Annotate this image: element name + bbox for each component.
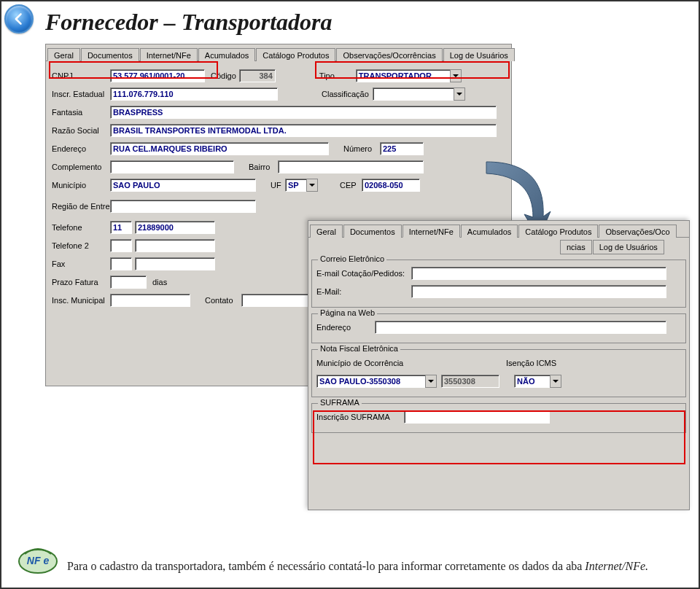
lbl-uf: UF — [271, 181, 285, 190]
lbl-complemento: Complemento — [52, 163, 110, 171]
field-isencao: NÃO — [514, 375, 551, 388]
lbl-insc-mun: Insc. Municipal — [52, 296, 110, 305]
panel-internet-nfe: Geral Documentos Internet/NFe Acumulados… — [308, 220, 690, 510]
lbl-isencao: Isenção ICMS — [506, 359, 579, 367]
footnote-text: Para o cadastro da transportadora, també… — [67, 560, 585, 572]
lbl-cnpj: CNPJ — [52, 71, 110, 80]
field-complemento[interactable] — [110, 160, 234, 173]
arrow-left-icon — [12, 12, 26, 26]
field-tel-num[interactable]: 21889000 — [135, 221, 215, 234]
tab2-documentos[interactable]: Documentos — [343, 225, 402, 238]
lbl-tipo: Tipo — [319, 71, 356, 80]
tabs-panel2-row2: ncias Log de Usuários — [308, 238, 689, 254]
tab-log[interactable]: Log de Usuários — [443, 48, 515, 61]
lbl-fax: Fax — [52, 260, 110, 268]
field-inscr-suframa[interactable] — [404, 410, 550, 424]
lbl-web-endereco: Endereço — [316, 323, 375, 332]
field-fax-num[interactable] — [135, 257, 215, 270]
field-uf: SP — [285, 179, 307, 192]
footnote: Para o cadastro da transportadora, també… — [67, 559, 684, 574]
field-razao[interactable]: BRASIL TRANSPORTES INTERMODAL LTDA. — [110, 124, 497, 137]
back-button[interactable] — [4, 4, 34, 34]
tab2-observacoes[interactable]: Observações/Oco — [599, 225, 676, 238]
field-insc-mun[interactable] — [110, 294, 190, 307]
field-email-cot[interactable] — [411, 267, 666, 280]
tab2-internet-nfe[interactable]: Internet/NFe — [402, 225, 460, 238]
combo-isencao[interactable]: NÃO — [514, 375, 561, 388]
nfe-logo-icon: NF e — [18, 544, 58, 574]
tabs-panel1: Geral Documentos Internet/NFe Acumulados… — [46, 44, 511, 61]
group-suframa-title: SUFRAMA — [318, 398, 362, 407]
lbl-telefone2: Telefone 2 — [52, 241, 110, 250]
lbl-classificacao: Classificação — [322, 90, 373, 98]
tab2-observacoes-tail[interactable]: ncias — [560, 240, 592, 254]
chevron-down-icon — [550, 375, 561, 388]
group-correio-title: Correio Eletrônico — [318, 254, 386, 263]
lbl-dias: dias — [152, 278, 170, 286]
chevron-down-icon — [306, 179, 318, 192]
lbl-cep: CEP — [340, 181, 362, 190]
lbl-mun-ocorrencia: Município de Ocorrência — [316, 359, 506, 367]
tab2-acumulados[interactable]: Acumulados — [461, 225, 518, 238]
field-numero[interactable]: 225 — [380, 142, 424, 155]
tab2-catalogo[interactable]: Catálogo Produtos — [518, 225, 598, 238]
tab-catalogo[interactable]: Catálogo Produtos — [256, 48, 335, 61]
field-email[interactable] — [411, 285, 666, 298]
lbl-regiao: Região de Entrega — [52, 202, 110, 211]
tab2-log[interactable]: Log de Usuários — [593, 240, 664, 254]
field-fantasia[interactable]: BRASPRESS — [110, 106, 497, 119]
field-tipo: TRANSPORTADOR — [356, 69, 451, 82]
svg-text:NF e: NF e — [27, 555, 50, 566]
field-municipio[interactable]: SAO PAULO — [110, 179, 256, 192]
group-web: Página na Web Endereço — [311, 313, 686, 343]
tab-documentos[interactable]: Documentos — [81, 48, 139, 61]
lbl-numero: Número — [343, 144, 380, 153]
tab-geral[interactable]: Geral — [47, 48, 80, 61]
field-cep[interactable]: 02068-050 — [362, 179, 420, 192]
field-inscr-est[interactable]: 111.076.779.110 — [110, 87, 278, 101]
field-mun-code: 3550308 — [441, 375, 499, 388]
field-prazo[interactable] — [110, 276, 147, 289]
combo-mun-ocorrencia[interactable]: SAO PAULO-3550308 — [316, 375, 437, 388]
lbl-contato: Contato — [205, 296, 241, 305]
page-title: Fornecedor – Transportadora — [45, 9, 332, 36]
lbl-endereco: Endereço — [52, 144, 110, 153]
tabs-panel2: Geral Documentos Internet/NFe Acumulados… — [308, 221, 689, 238]
field-cnpj[interactable]: 53.577.961/0001-20 — [110, 69, 205, 82]
footnote-em: Internet/NFe. — [585, 560, 648, 572]
field-codigo: 384 — [239, 69, 276, 82]
combo-tipo[interactable]: TRANSPORTADOR — [356, 69, 462, 82]
field-tel-ddd[interactable]: 11 — [110, 221, 132, 234]
tab-observacoes[interactable]: Observações/Ocorrências — [336, 48, 442, 61]
field-tel2-num[interactable] — [135, 239, 215, 252]
field-regiao[interactable] — [110, 200, 256, 213]
group-nfe: Nota Fiscal Eletrônica Município de Ocor… — [311, 349, 686, 397]
field-bairro[interactable] — [278, 160, 424, 173]
tab-internet-nfe[interactable]: Internet/NFe — [140, 48, 198, 61]
field-mun-sel: SAO PAULO-3550308 — [316, 375, 426, 388]
group-correio: Correio Eletrônico E-mail Cotação/Pedido… — [311, 260, 686, 308]
chevron-down-icon — [425, 375, 437, 388]
field-endereco[interactable]: RUA CEL.MARQUES RIBEIRO — [110, 142, 329, 155]
lbl-fantasia: Fantasia — [52, 108, 110, 117]
group-web-title: Página na Web — [318, 308, 377, 317]
slide-frame: Fornecedor – Transportadora Geral Docume… — [0, 0, 700, 589]
combo-uf[interactable]: SP — [285, 179, 318, 192]
field-tel2-ddd[interactable] — [110, 239, 132, 252]
tab-acumulados[interactable]: Acumulados — [198, 48, 256, 61]
lbl-inscr-est: Inscr. Estadual — [52, 90, 110, 98]
lbl-telefone: Telefone — [52, 223, 110, 232]
lbl-email: E-Mail: — [316, 287, 411, 296]
lbl-inscr-suframa: Inscrição SUFRAMA — [316, 413, 404, 421]
combo-classificacao[interactable] — [373, 87, 465, 101]
tab2-geral[interactable]: Geral — [310, 225, 343, 238]
field-web-endereco[interactable] — [375, 321, 666, 334]
field-fax-ddd[interactable] — [110, 257, 132, 270]
chevron-down-icon — [454, 87, 465, 101]
field-contato[interactable] — [241, 294, 314, 307]
group-nfe-title: Nota Fiscal Eletrônica — [318, 344, 400, 353]
group-suframa: SUFRAMA Inscrição SUFRAMA — [311, 403, 686, 433]
lbl-codigo: Código — [211, 71, 239, 80]
lbl-municipio: Município — [52, 181, 110, 190]
lbl-razao: Razão Social — [52, 126, 110, 135]
